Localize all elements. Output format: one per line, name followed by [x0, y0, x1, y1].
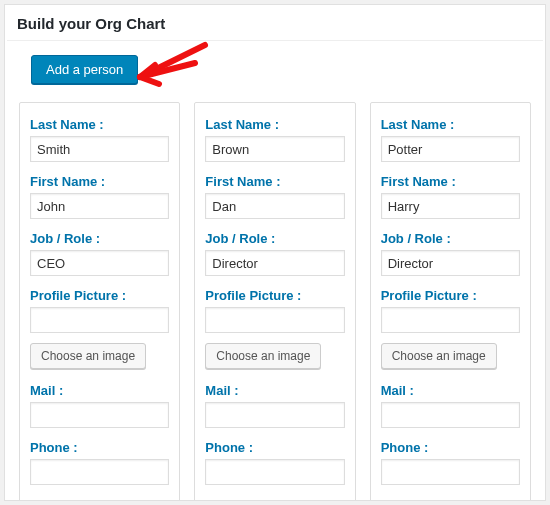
person-card: Last Name : First Name : Job / Role : Pr…	[194, 102, 355, 501]
first-name-label: First Name :	[381, 174, 520, 189]
phone-field[interactable]	[381, 459, 520, 485]
job-label: Job / Role :	[30, 231, 169, 246]
first-name-label: First Name :	[30, 174, 169, 189]
other-label: Other :	[30, 497, 169, 501]
other-label: Other :	[381, 497, 520, 501]
mail-field[interactable]	[205, 402, 344, 428]
last-name-label: Last Name :	[381, 117, 520, 132]
person-card: Last Name : First Name : Job / Role : Pr…	[19, 102, 180, 501]
choose-image-button[interactable]: Choose an image	[381, 343, 497, 369]
last-name-label: Last Name :	[30, 117, 169, 132]
divider	[7, 40, 543, 41]
toolbar: Add a person	[5, 55, 545, 102]
job-label: Job / Role :	[381, 231, 520, 246]
picture-field[interactable]	[381, 307, 520, 333]
mail-label: Mail :	[381, 383, 520, 398]
phone-label: Phone :	[30, 440, 169, 455]
phone-field[interactable]	[30, 459, 169, 485]
first-name-field[interactable]	[381, 193, 520, 219]
picture-label: Profile Picture :	[381, 288, 520, 303]
phone-label: Phone :	[205, 440, 344, 455]
job-field[interactable]	[205, 250, 344, 276]
person-card: Last Name : First Name : Job / Role : Pr…	[370, 102, 531, 501]
mail-label: Mail :	[30, 383, 169, 398]
mail-label: Mail :	[205, 383, 344, 398]
picture-field[interactable]	[30, 307, 169, 333]
choose-image-button[interactable]: Choose an image	[205, 343, 321, 369]
job-field[interactable]	[381, 250, 520, 276]
phone-label: Phone :	[381, 440, 520, 455]
last-name-field[interactable]	[381, 136, 520, 162]
choose-image-button[interactable]: Choose an image	[30, 343, 146, 369]
picture-label: Profile Picture :	[30, 288, 169, 303]
other-label: Other :	[205, 497, 344, 501]
mail-field[interactable]	[30, 402, 169, 428]
page-title: Build your Org Chart	[5, 5, 545, 40]
mail-field[interactable]	[381, 402, 520, 428]
add-person-button[interactable]: Add a person	[31, 55, 138, 84]
picture-label: Profile Picture :	[205, 288, 344, 303]
job-field[interactable]	[30, 250, 169, 276]
phone-field[interactable]	[205, 459, 344, 485]
first-name-label: First Name :	[205, 174, 344, 189]
org-chart-panel: Build your Org Chart Add a person Last N…	[4, 4, 546, 501]
first-name-field[interactable]	[205, 193, 344, 219]
first-name-field[interactable]	[30, 193, 169, 219]
last-name-field[interactable]	[205, 136, 344, 162]
annotation-arrow-icon	[125, 35, 215, 95]
person-cards: Last Name : First Name : Job / Role : Pr…	[5, 102, 545, 501]
last-name-field[interactable]	[30, 136, 169, 162]
last-name-label: Last Name :	[205, 117, 344, 132]
job-label: Job / Role :	[205, 231, 344, 246]
picture-field[interactable]	[205, 307, 344, 333]
